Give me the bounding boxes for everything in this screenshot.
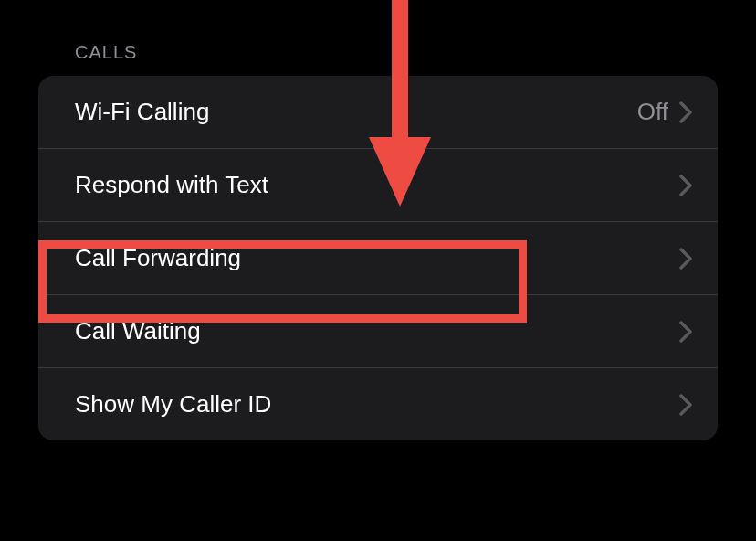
row-right — [679, 394, 692, 416]
section-header-calls: CALLS — [0, 0, 756, 76]
row-call-forwarding[interactable]: Call Forwarding — [38, 222, 718, 295]
row-respond-with-text[interactable]: Respond with Text — [38, 149, 718, 222]
settings-group-calls: Wi-Fi Calling Off Respond with Text Call… — [38, 76, 718, 440]
chevron-right-icon — [679, 321, 692, 343]
chevron-right-icon — [679, 248, 692, 270]
chevron-right-icon — [679, 394, 692, 416]
row-label: Wi-Fi Calling — [75, 98, 209, 126]
row-right — [679, 321, 692, 343]
row-label: Call Waiting — [75, 317, 201, 345]
row-label: Call Forwarding — [75, 244, 241, 272]
row-call-waiting[interactable]: Call Waiting — [38, 295, 718, 368]
row-label: Show My Caller ID — [75, 390, 271, 419]
row-right: Off — [637, 98, 692, 126]
row-label: Respond with Text — [75, 171, 268, 199]
row-show-my-caller-id[interactable]: Show My Caller ID — [38, 368, 718, 440]
row-right — [679, 175, 692, 196]
row-right — [679, 248, 692, 270]
row-wifi-calling[interactable]: Wi-Fi Calling Off — [38, 76, 718, 149]
row-value: Off — [637, 98, 668, 126]
chevron-right-icon — [679, 175, 692, 196]
chevron-right-icon — [679, 101, 692, 123]
